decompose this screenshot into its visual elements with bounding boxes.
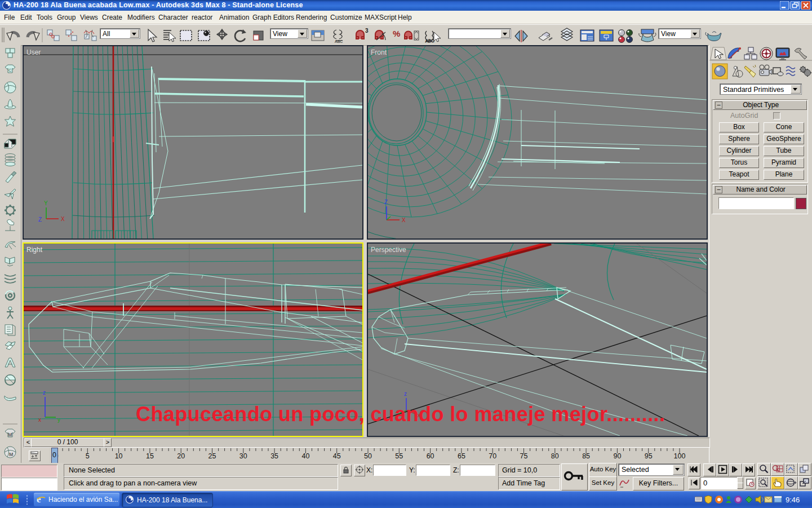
svg-text:ABC: ABC (425, 38, 434, 43)
svg-text:10: 10 (115, 452, 123, 460)
svg-text:C: C (8, 68, 12, 73)
svg-text:75: 75 (520, 452, 528, 460)
svg-text:X: X (61, 216, 65, 222)
svg-text:Y: Y (44, 200, 48, 206)
svg-text:M: M (8, 432, 12, 438)
svg-text:40: 40 (301, 452, 309, 460)
svg-text:ABC: ABC (335, 39, 343, 43)
svg-text:100: 100 (674, 452, 686, 460)
svg-text:20: 20 (177, 452, 185, 460)
svg-text:5: 5 (86, 452, 90, 460)
svg-text:50: 50 (364, 452, 372, 460)
svg-text:Z: Z (384, 199, 388, 205)
svg-text:60: 60 (427, 452, 434, 460)
svg-text:3: 3 (365, 28, 369, 34)
svg-text:80: 80 (551, 452, 559, 460)
svg-text:%: % (393, 29, 400, 38)
svg-text:25: 25 (208, 452, 216, 460)
svg-text:70: 70 (489, 452, 496, 460)
svg-text:x: x (38, 417, 41, 423)
svg-text:M: M (9, 452, 14, 457)
svg-text:30: 30 (239, 452, 247, 460)
svg-text:95: 95 (645, 452, 653, 460)
svg-text:90: 90 (613, 452, 621, 460)
svg-text:65: 65 (458, 452, 465, 460)
svg-text:35: 35 (270, 452, 278, 460)
svg-text:z: z (43, 390, 46, 396)
svg-text:55: 55 (395, 452, 403, 460)
svg-text:45: 45 (333, 452, 341, 460)
svg-text:85: 85 (582, 452, 590, 460)
svg-text:15: 15 (146, 452, 154, 460)
svg-text:X: X (402, 217, 406, 223)
svg-text:Z: Z (38, 217, 42, 223)
svg-text:y: y (57, 417, 60, 423)
svg-text:z: z (404, 391, 407, 397)
